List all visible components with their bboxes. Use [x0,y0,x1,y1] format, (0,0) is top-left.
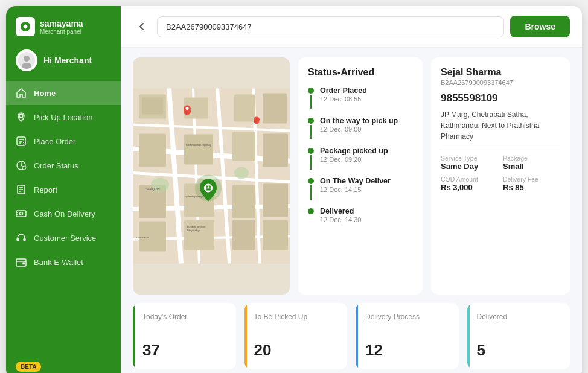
step-dot [308,148,314,154]
stat-card-2: Delivery Process 12 [356,303,459,369]
svg-text:Lumbini Tandoori: Lumbini Tandoori [187,225,206,228]
sidebar-label-place-order: Place Order [34,137,75,146]
sidebar-label-bank-ewallet: Bank E-Wallet [34,258,83,267]
back-arrow-icon [137,22,147,31]
sidebar-item-order-status[interactable]: Order Status [6,153,121,177]
stat-label: Today's Order [142,313,226,321]
package-field: Package Small [503,155,560,171]
customer-phone: 9855598109 [441,92,560,104]
step-time: 12 Dec, 09.20 [320,156,388,163]
cod-amount-field: COD Amount Rs 3,000 [441,176,498,192]
customer-id: B2AA267900093374647 [441,79,560,86]
step-label: Delivered [320,207,362,215]
brand-text: samayama Merchant panel [40,19,83,35]
info-divider [441,148,560,148]
svg-rect-29 [234,95,255,122]
home-icon [16,88,27,98]
service-type-value: Same Day [441,162,498,171]
headset-svg [16,232,27,243]
sidebar-logo: samayama Merchant panel [6,6,121,43]
svg-point-11 [20,212,23,215]
step-dot-wrap [308,86,314,109]
status-step: On The Way Deliver 12 Dec, 14.15 [308,177,413,200]
sidebar-item-place-order[interactable]: Place Order [6,129,121,153]
stat-value: 37 [142,341,226,360]
main-header: Browse [121,6,582,48]
browse-button[interactable]: Browse [510,16,570,37]
bottom-cards: Today's Order 37 To Be Picked Up 20 Deli… [133,303,570,369]
tracking-input[interactable] [157,16,504,37]
top-panels: SEAQUIN Kathmandu Regency -upta Bhojanal… [133,57,570,295]
stat-value: 12 [365,341,449,360]
sidebar-item-report[interactable]: Report [6,177,121,202]
sidebar-item-bank-ewallet[interactable]: Bank E-Wallet [6,250,121,274]
status-steps: Order Placed 12 Dec, 08.55 On the way to… [308,86,413,223]
wallet-icon [16,257,27,267]
map-visual: SEAQUIN Kathmandu Regency -upta Bhojanal… [133,57,290,295]
status-panel: Status-Arrived Order Placed 12 Dec, 08.5… [298,57,423,295]
service-type-label: Service Type [441,155,498,162]
customer-address: JP Marg, Chetrapati Satha, Kathmandu, Ne… [441,109,560,142]
svg-text:-upta Bhojanalaya: -upta Bhojanalaya [184,195,204,198]
step-info: Order Placed 12 Dec, 08.55 [320,86,367,103]
svg-point-3 [22,63,31,69]
sidebar-label-cash-on-delivery: Cash On Delivery [34,209,95,218]
back-button[interactable] [133,18,151,36]
package-label: Package [503,155,560,162]
step-label: Order Placed [320,86,367,95]
package-value: Small [503,162,560,171]
sidebar-user: Hi Merchant [6,43,121,81]
svg-rect-34 [263,134,288,167]
svg-point-49 [186,107,189,110]
step-time: 12 Dec, 14.15 [320,186,391,193]
svg-text:SEAQUIN: SEAQUIN [146,187,160,191]
customer-name: Sejal Sharma [441,67,560,78]
sidebar-label-report: Report [34,185,57,194]
status-step: Delivered 12 Dec, 14.30 [308,207,413,223]
svg-point-2 [24,56,30,62]
svg-text:Kathmandu Regency: Kathmandu Regency [186,144,212,147]
step-dot-wrap [308,116,314,139]
sidebar-nav: Home Pick Up Location [6,81,121,353]
sidebar-label-customer-service: Customer Service [34,234,96,243]
sidebar-label-order-status: Order Status [34,161,78,170]
step-dot [308,178,314,184]
svg-point-6 [22,141,25,144]
svg-rect-42 [263,220,288,250]
svg-rect-31 [139,134,166,167]
sidebar-beta: BETA [6,353,121,373]
step-info: On The Way Deliver 12 Dec, 14.15 [320,177,391,193]
step-dot [308,88,314,94]
svg-point-44 [234,167,249,179]
report-icon [16,184,27,195]
sidebar-item-customer-service[interactable]: Customer Service [6,226,121,250]
home-svg [16,88,27,98]
step-dot [308,118,314,124]
sidebar-item-pickup[interactable]: Pick Up Location [6,105,121,129]
step-label: On the way to pick up [320,116,398,125]
step-info: On the way to pick up 12 Dec, 09.00 [320,116,398,133]
sidebar-label-home: Home [34,89,56,98]
sidebar-label-pickup: Pick Up Location [34,113,93,122]
sidebar-item-home[interactable]: Home [6,81,121,105]
stat-label: Delivery Process [365,313,449,321]
stat-card-3: Delivered 5 [467,303,570,369]
status-step: On the way to pick up 12 Dec, 09.00 [308,116,413,139]
step-time: 12 Dec, 08.55 [320,95,367,103]
cod-amount-value: Rs 3,000 [441,183,498,192]
step-info: Delivered 12 Dec, 14.30 [320,207,362,223]
svg-rect-10 [16,211,26,217]
step-label: On The Way Deliver [320,177,391,185]
wallet-svg [16,257,27,267]
map-panel: SEAQUIN Kathmandu Regency -upta Bhojanal… [133,57,290,295]
svg-rect-32 [184,135,213,165]
step-line [310,125,312,139]
step-dot [308,208,314,214]
svg-rect-27 [142,98,163,115]
svg-rect-15 [23,263,25,264]
status-step: Package picked up 12 Dec, 09.20 [308,147,413,170]
status-step: Order Placed 12 Dec, 08.55 [308,86,413,109]
step-time: 12 Dec, 09.00 [320,126,398,133]
cash-icon [16,208,27,219]
sidebar-item-cash-on-delivery[interactable]: Cash On Delivery [6,202,121,226]
